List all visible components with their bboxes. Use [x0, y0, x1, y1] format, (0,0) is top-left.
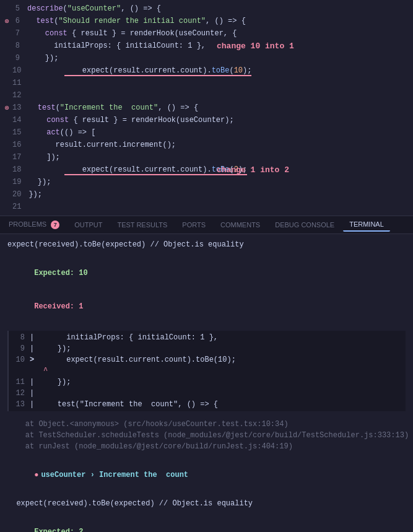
code-line-21: 21: [0, 201, 413, 213]
caret-1: ^: [9, 365, 406, 377]
snippet-line-11: 11 | });: [9, 377, 406, 388]
tab-problems[interactable]: PROBLEMS 7: [2, 218, 66, 232]
tab-debug-console[interactable]: DEBUG CONSOLE: [269, 219, 341, 231]
tab-terminal[interactable]: TERMINAL: [343, 218, 390, 232]
code-line-10: 10 expect(result.current.count).toBe(10)…: [0, 64, 413, 77]
code-line-15: 15 act(() => [: [0, 126, 413, 139]
stacktrace-1a: at Object.<anonymous> (src/hooks/useCoun…: [7, 419, 406, 430]
code-line-11: 11: [0, 77, 413, 89]
app-container: 5 describe("useCounter", () => { ⊗6 test…: [0, 0, 413, 532]
annotation-line8: change 10 into 1: [217, 41, 294, 51]
code-line-12: 12: [0, 89, 413, 102]
stacktrace-1c: at runJest (node_modules/@jest/core/buil…: [7, 441, 406, 452]
terminal-expected-1: Expected: 10: [7, 256, 406, 290]
snippet-line-12: 12 |: [9, 388, 406, 399]
code-line-20: 20 });: [0, 188, 413, 201]
terminal-output[interactable]: expect(received).toBe(expected) // Objec…: [0, 234, 413, 532]
code-editor: 5 describe("useCounter", () => { ⊗6 test…: [0, 0, 413, 216]
tab-output[interactable]: OUTPUT: [68, 219, 108, 231]
annotation-line18: change 1 into 2: [217, 165, 289, 175]
code-line-8: 8 initialProps: { initialCount: 1 }, cha…: [0, 40, 413, 52]
code-line-16: 16 result.current.increment();: [0, 139, 413, 151]
code-line-14: 14 const { result } = renderHook(useCoun…: [0, 114, 413, 126]
code-line-6: ⊗6 test("Should render the initial count…: [0, 15, 413, 27]
terminal-expect-1: expect(received).toBe(expected) // Objec…: [7, 239, 406, 250]
code-line-7: 7 const { result } = renderHook(useCount…: [0, 27, 413, 40]
terminal-expect-2: expect(received).toBe(expected) // Objec…: [7, 498, 406, 509]
panel-tab-bar: PROBLEMS 7 OUTPUT TEST RESULTS PORTS COM…: [0, 216, 413, 234]
code-line-5: 5 describe("useCounter", () => {: [0, 2, 413, 15]
code-line-19: 19 });: [0, 176, 413, 188]
bullet-title: ●useCounter › Increment the count: [7, 458, 406, 492]
snippet-line-13: 13 | test("Increment the count", () => {: [9, 399, 406, 410]
code-line-18: 18 expect(result.current.count).toBe(2);…: [0, 164, 413, 176]
snippet-line-10: 10 > expect(result.current.count).toBe(1…: [9, 354, 406, 365]
tab-comments[interactable]: COMMENTS: [214, 219, 266, 231]
snippet-line-8: 8 | initialProps: { initialCount: 1 },: [9, 332, 406, 343]
tab-test-results[interactable]: TEST RESULTS: [111, 219, 173, 231]
error-icon-6: ⊗: [2, 17, 11, 26]
problems-badge: 7: [51, 220, 59, 229]
terminal-received-1: Received: 1: [7, 290, 406, 323]
code-line-13: ⊗13 test("Increment the count", () => {: [0, 102, 413, 114]
snippet-line-9: 9 | });: [9, 343, 406, 354]
terminal-expected-2: Expected: 2: [7, 515, 406, 532]
stacktrace-1b: at TestScheduler.scheduleTests (node_mod…: [7, 430, 406, 441]
error-icon-13: ⊗: [2, 103, 11, 113]
tab-ports[interactable]: PORTS: [176, 219, 212, 231]
code-snippet-1: 8 | initialProps: { initialCount: 1 }, 9…: [7, 331, 406, 411]
